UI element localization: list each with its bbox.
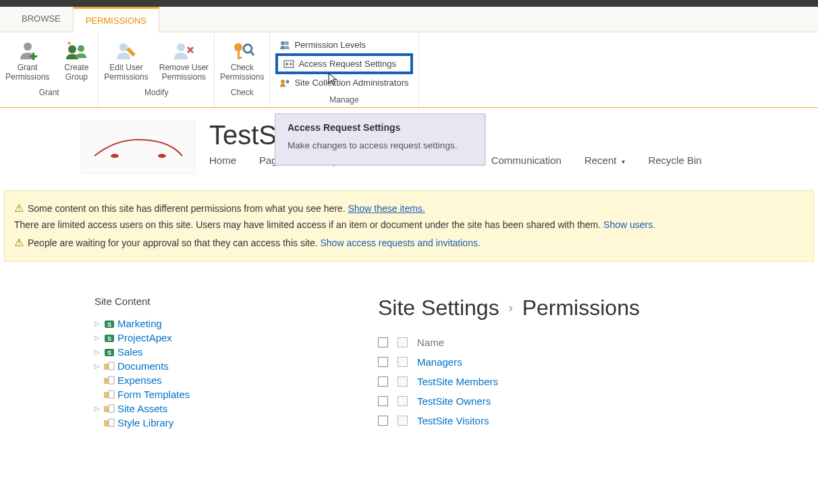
notice-line2: There are limited access users on this s… [14,219,601,230]
site-icon: S [104,347,115,358]
ribbon-group-manage-label: Manage [329,91,358,107]
remove-user-permissions-button[interactable]: Remove User Permissions [154,35,214,84]
row-type-checkbox[interactable] [398,416,408,426]
tab-permissions[interactable]: PERMISSIONS [73,7,159,32]
site-collection-admins-button[interactable]: Site Collection Administrators [275,76,412,90]
row-type-checkbox[interactable] [398,357,408,367]
site-content-heading: Site Content [94,296,337,307]
notice-line1: Some content on this site has different … [28,203,346,214]
expand-icon[interactable]: ▷ [94,362,101,370]
site-content-panel: Site Content ▷SMarketing ▷SProjectApex ▷… [94,296,337,430]
ribbon: Grant Permissions ✦ Create Group Grant E… [0,32,818,108]
svg-point-16 [285,41,289,45]
svg-point-23 [158,154,166,158]
svg-point-19 [290,63,292,65]
row-type-checkbox[interactable] [398,396,408,406]
expand-icon[interactable]: ▷ [94,405,101,412]
edit-user-permissions-button[interactable]: Edit User Permissions [99,35,153,84]
tab-browse[interactable]: BROWSE [9,7,73,32]
tree-item-marketing[interactable]: ▷SMarketing [94,316,337,331]
permission-levels-label: Permission Levels [294,40,366,50]
site-logo[interactable] [81,120,196,174]
table-row: TestSite Visitors [378,411,798,430]
create-group-label: Create Group [64,63,88,82]
create-group-button[interactable]: ✦ Create Group [55,35,98,84]
ribbon-group-modify-label: Modify [144,84,168,100]
access-request-settings-label: Access Request Settings [298,59,396,69]
tree-item-expenses[interactable]: Expenses [94,373,337,387]
check-permissions-label: Check Permissions [220,63,264,82]
site-content-tree: ▷SMarketing ▷SProjectApex ▷SSales ▷Docum… [94,316,337,430]
expand-icon[interactable]: ▷ [94,320,101,327]
row-checkbox[interactable] [378,396,388,406]
nav-communication[interactable]: Communication [491,155,562,166]
group-link[interactable]: TestSite Owners [417,395,491,407]
ribbon-group-modify: Edit User Permissions Remove User Permis… [99,32,215,107]
folder-doc-icon [104,361,115,372]
show-access-requests-link[interactable]: Show access requests and invitations. [320,237,480,248]
row-type-checkbox[interactable] [398,376,408,387]
tree-item-documents[interactable]: ▷Documents [94,359,337,373]
nav-recycle-bin[interactable]: Recycle Bin [648,155,701,166]
svg-rect-37 [109,405,114,412]
tree-item-sales[interactable]: ▷SSales [94,345,337,359]
permissions-panel: Site Settings › Permissions Name Manager… [378,296,798,430]
main-content: Site Content ▷SMarketing ▷SProjectApex ▷… [0,262,818,430]
expand-icon[interactable]: ▷ [94,348,101,356]
grant-permissions-button[interactable]: Grant Permissions [0,35,55,84]
check-permissions-button[interactable]: Check Permissions [215,35,269,84]
column-name[interactable]: Name [417,337,444,348]
nav-home[interactable]: Home [209,155,236,166]
remove-user-permissions-label: Remove User Permissions [159,63,209,82]
user-edit-icon [114,39,138,62]
svg-rect-39 [109,419,114,426]
group-link[interactable]: TestSite Visitors [417,415,489,426]
folder-doc-icon [104,403,115,414]
key-magnify-icon [230,39,254,62]
svg-text:S: S [107,349,111,356]
tree-item-projectapex[interactable]: ▷SProjectApex [94,331,337,345]
warning-icon: ⚠ [14,237,24,248]
nav-recent[interactable]: Recent [584,155,626,166]
admin-icon [279,78,290,88]
permissions-header-row: Name [378,333,798,352]
breadcrumb-site-settings[interactable]: Site Settings [378,296,499,320]
tree-item-site-assets[interactable]: ▷Site Assets [94,401,337,416]
permissions-notice: ⚠Some content on this site has different… [4,190,814,262]
site-icon: S [104,333,115,343]
row-checkbox[interactable] [378,357,388,367]
ribbon-group-check-label: Check [231,84,254,100]
svg-text:S: S [107,335,111,342]
folder-doc-icon [104,375,115,386]
svg-point-4 [78,45,84,52]
access-request-settings-button[interactable]: Access Request Settings [275,53,412,74]
svg-line-14 [250,51,254,55]
breadcrumb-separator-icon: › [509,301,513,315]
tooltip-access-request-settings: Access Request Settings Make changes to … [275,113,485,165]
svg-rect-2 [30,55,37,57]
show-users-link[interactable]: Show users. [603,219,655,230]
people-icon [279,40,290,50]
ribbon-tabs: BROWSE PERMISSIONS [0,7,818,32]
svg-point-7 [177,43,185,51]
chevron-down-icon [622,155,625,166]
tooltip-title: Access Request Settings [288,122,472,133]
group-sparkle-icon: ✦ [63,39,89,62]
table-row: TestSite Members [378,372,798,391]
ribbon-group-manage: Permission Levels Access Request Setting… [270,32,418,107]
row-checkbox[interactable] [378,376,388,387]
folder-doc-icon [104,389,115,400]
svg-point-21 [286,80,290,83]
breadcrumb: Site Settings › Permissions [378,296,798,320]
show-these-items-link[interactable]: Show these items. [348,203,425,214]
expand-icon[interactable]: ▷ [94,334,101,341]
row-checkbox[interactable] [378,416,388,426]
tree-item-form-templates[interactable]: Form Templates [94,387,337,401]
tree-item-style-library[interactable]: Style Library [94,416,337,430]
svg-rect-35 [109,391,114,398]
group-link[interactable]: Managers [417,356,462,368]
group-link[interactable]: TestSite Members [417,376,498,387]
permission-levels-button[interactable]: Permission Levels [275,38,412,52]
select-all-checkbox[interactable] [378,337,388,347]
request-icon [283,59,294,69]
